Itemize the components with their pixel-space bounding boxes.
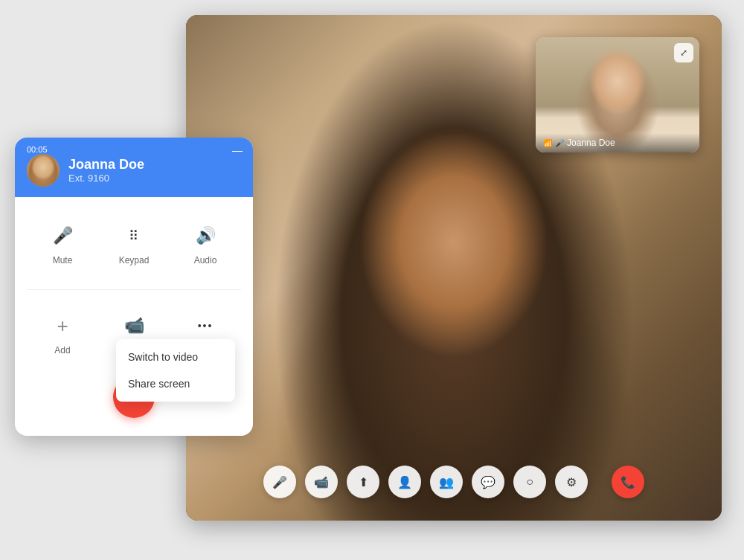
caller-name: Joanna Doe <box>68 157 144 173</box>
caller-ext: Ext. 9160 <box>68 173 144 184</box>
audio-control[interactable]: 🔊 Audio <box>170 212 241 274</box>
mute-label: Mute <box>53 255 73 265</box>
video-share-btn[interactable]: ⬆ <box>347 466 379 498</box>
add-control[interactable]: + Add <box>27 302 98 364</box>
divider <box>27 289 241 290</box>
pip-name-bar: 📶 🎤 Joanna Doe <box>536 133 699 152</box>
video-people-btn[interactable]: 👥 <box>430 466 463 498</box>
signal-icon: 📶 <box>543 139 552 147</box>
pip-name: Joanna Doe <box>567 138 615 148</box>
video-settings-btn[interactable]: ⚙ <box>555 466 588 498</box>
share-screen-item[interactable]: Share screen <box>116 370 235 397</box>
switch-to-video-item[interactable]: Switch to video <box>116 344 235 370</box>
video-add-person-btn[interactable]: 👤 <box>388 466 421 498</box>
pip-thumbnail: 📶 🎤 Joanna Doe ⤢ <box>536 37 699 152</box>
video-icon: 📹 <box>119 311 149 341</box>
call-panel-header: 00:05 — Joanna Doe Ext. 9160 <box>15 138 253 197</box>
controls-grid-row1: 🎤 Mute ⠿ Keypad 🔊 Audio <box>27 212 241 274</box>
add-icon: + <box>48 311 77 341</box>
video-chat-btn[interactable]: 💬 <box>472 466 504 498</box>
video-end-call-btn[interactable]: 📞 <box>612 466 644 498</box>
pip-expand-button[interactable]: ⤢ <box>674 43 693 62</box>
dropdown-menu: Switch to video Share screen <box>116 339 235 402</box>
video-mute-btn[interactable]: 🎤 <box>263 466 296 498</box>
mute-icon: 🎤 <box>48 221 77 251</box>
call-panel-body: 🎤 Mute ⠿ Keypad 🔊 Audio + Add 📹 <box>15 197 253 436</box>
keypad-icon: ⠿ <box>119 221 149 251</box>
minimize-button[interactable]: — <box>232 145 243 155</box>
audio-icon: 🔊 <box>190 221 220 251</box>
avatar <box>27 154 60 187</box>
mute-control[interactable]: 🎤 Mute <box>27 212 98 274</box>
keypad-control[interactable]: ⠿ Keypad <box>98 212 170 274</box>
video-record-btn[interactable]: ○ <box>513 466 546 498</box>
keypad-label: Keypad <box>119 255 150 265</box>
call-timer: 00:05 <box>27 145 48 154</box>
add-label: Add <box>54 345 70 355</box>
video-camera-btn[interactable]: 📹 <box>305 466 338 498</box>
controls-grid-row2: + Add 📹 ••• Actions Switch to video Shar… <box>27 302 241 364</box>
call-panel: 00:05 — Joanna Doe Ext. 9160 🎤 Mute ⠿ Ke… <box>15 138 253 436</box>
video-controls-bar: 🎤 📹 ⬆ 👤 👥 💬 ○ ⚙ 📞 <box>263 466 644 498</box>
video-container: 📶 🎤 Joanna Doe ⤢ 🎤 📹 ⬆ 👤 👥 💬 ○ ⚙ 📞 <box>186 15 722 521</box>
avatar-face <box>27 154 60 187</box>
audio-label: Audio <box>194 255 217 265</box>
more-icon: ••• <box>190 311 220 341</box>
mic-icon: 🎤 <box>555 139 564 147</box>
caller-info: Joanna Doe Ext. 9160 <box>68 157 144 184</box>
